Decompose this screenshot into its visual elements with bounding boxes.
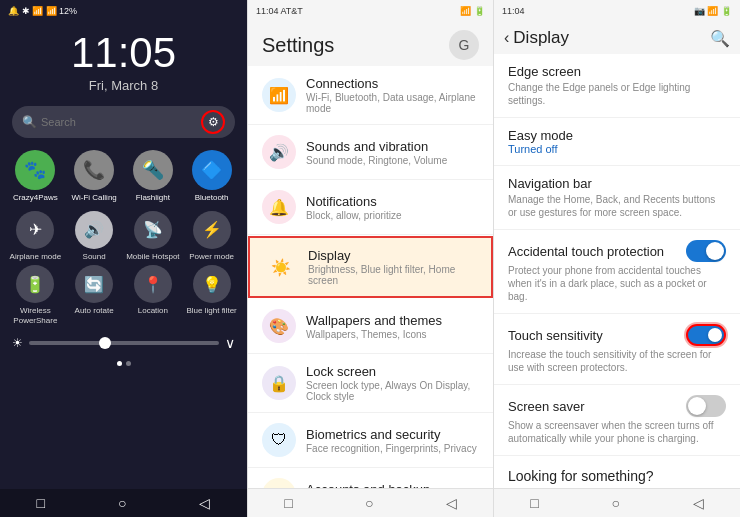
lockscreen-name: Lock screen [306, 364, 479, 379]
qs-airplane[interactable]: ✈ Airplane mode [8, 211, 63, 262]
display-header: ‹ Display 🔍 [494, 22, 740, 54]
qs-bluelight[interactable]: 💡 Blue light filter [184, 265, 239, 325]
search-bar[interactable]: 🔍 ⚙ [12, 106, 235, 138]
qs-power[interactable]: ⚡ Power mode [184, 211, 239, 262]
dot-1 [117, 361, 122, 366]
display-search-button[interactable]: 🔍 [710, 29, 730, 48]
lockscreen-icon: 🔒 [262, 366, 296, 400]
touch-sensitivity-toggle[interactable] [686, 324, 726, 346]
status-time: 11:04 AT&T [256, 6, 303, 16]
edge-screen-header: Edge screen [508, 64, 726, 79]
qs-autorotate[interactable]: 🔄 Auto rotate [67, 265, 122, 325]
qs-sound-label: Sound [83, 252, 106, 262]
app-bluetooth[interactable]: 🔷 Bluetooth [184, 150, 239, 203]
home-screen-panel: 🔔 ✱ 📶 📶 12% 11:05 Fri, March 8 🔍 ⚙ 🐾 Cra… [0, 0, 247, 517]
screen-saver-toggle[interactable] [686, 395, 726, 417]
nav-back-btn3[interactable]: ◁ [693, 495, 704, 511]
biometrics-desc: Face recognition, Fingerprints, Privacy [306, 443, 479, 454]
settings-item-display[interactable]: ☀️ Display Brightness, Blue light filter… [248, 236, 493, 298]
gear-button[interactable]: ⚙ [201, 110, 225, 134]
sounds-icon: 🔊 [262, 135, 296, 169]
display-status-time: 11:04 [502, 6, 525, 16]
nav-home-btn3[interactable]: ○ [612, 495, 620, 511]
biometrics-icon: 🛡 [262, 423, 296, 457]
touch-sensitivity-toggle-thumb [708, 328, 722, 342]
qs-bluelight-label: Blue light filter [187, 306, 237, 316]
settings-header: Settings G [248, 22, 493, 66]
app-bluetooth-label: Bluetooth [195, 193, 229, 203]
app-flashlight[interactable]: 🔦 Flashlight [126, 150, 181, 203]
nav-back-btn2[interactable]: ◁ [446, 495, 457, 511]
display-settings-panel: 11:04 📷 📶 🔋 ‹ Display 🔍 Edge screen Chan… [494, 0, 740, 517]
brightness-track[interactable] [29, 341, 219, 345]
qs-hotspot[interactable]: 📡 Mobile Hotspot [126, 211, 181, 262]
app-wifi-calling[interactable]: 📞 Wi-Fi Calling [67, 150, 122, 203]
settings-item-wallpapers[interactable]: 🎨 Wallpapers and themes Wallpapers, Them… [248, 299, 493, 354]
notifications-icon: 🔔 [262, 190, 296, 224]
display-page-title: Display [513, 28, 569, 48]
nav-home-btn2[interactable]: ○ [365, 495, 373, 511]
display-item-screen-saver[interactable]: Screen saver Show a screensaver when the… [494, 385, 740, 456]
display-desc: Brightness, Blue light filter, Home scre… [308, 264, 477, 286]
app-wifi-calling-label: Wi-Fi Calling [71, 193, 116, 203]
nav-back-button[interactable]: ◁ [199, 495, 210, 511]
looking-title: Looking for something? [508, 468, 726, 484]
display-item-nav-bar[interactable]: Navigation bar Manage the Home, Back, an… [494, 166, 740, 230]
notifications-text: Notifications Block, allow, prioritize [306, 194, 479, 221]
nav-recent-button[interactable]: □ [37, 495, 45, 511]
display-item-touch-sensitivity[interactable]: Touch sensitivity Increase the touch sen… [494, 314, 740, 385]
qs-autorotate-icon: 🔄 [75, 265, 113, 303]
sounds-name: Sounds and vibration [306, 139, 479, 154]
status-bar-settings: 11:04 AT&T 📶 🔋 [248, 0, 493, 22]
nav-home-button[interactable]: ○ [118, 495, 126, 511]
display-item-edge-screen[interactable]: Edge screen Change the Edge panels or Ed… [494, 54, 740, 118]
nav-recent-btn3[interactable]: □ [530, 495, 538, 511]
status-icons: 📶 🔋 [460, 6, 485, 16]
connections-desc: Wi-Fi, Bluetooth, Data usage, Airplane m… [306, 92, 479, 114]
wallpapers-name: Wallpapers and themes [306, 313, 479, 328]
settings-search-button[interactable]: G [449, 30, 479, 60]
brightness-thumb[interactable] [99, 337, 111, 349]
quick-settings-grid: ✈ Airplane mode 🔊 Sound 📡 Mobile Hotspot… [0, 207, 247, 330]
page-dots [0, 361, 247, 366]
connections-icon: 📶 [262, 78, 296, 112]
qs-location[interactable]: 📍 Location [126, 265, 181, 325]
settings-item-notifications[interactable]: 🔔 Notifications Block, allow, prioritize [248, 180, 493, 235]
biometrics-text: Biometrics and security Face recognition… [306, 427, 479, 454]
nav-recent-btn2[interactable]: □ [284, 495, 292, 511]
sounds-desc: Sound mode, Ringtone, Volume [306, 155, 479, 166]
settings-item-lockscreen[interactable]: 🔒 Lock screen Screen lock type, Always O… [248, 354, 493, 413]
touch-sensitivity-name: Touch sensitivity [508, 328, 603, 343]
looking-section: Looking for something? Video enhancer [494, 456, 740, 488]
status-bar-left: 🔔 ✱ 📶 📶 12% [8, 6, 77, 16]
display-settings-list: Edge screen Change the Edge panels or Ed… [494, 54, 740, 488]
easy-mode-name: Easy mode [508, 128, 573, 143]
brightness-bar[interactable]: ☀ ∨ [12, 335, 235, 351]
brightness-expand-icon[interactable]: ∨ [225, 335, 235, 351]
top-app-grid: 🐾 Crazy4Paws 📞 Wi-Fi Calling 🔦 Flashligh… [0, 146, 247, 207]
display-item-accidental-touch[interactable]: Accidental touch protection Protect your… [494, 230, 740, 314]
accounts-name: Accounts and backup [306, 482, 479, 489]
qs-wireless-share[interactable]: 🔋 Wireless PowerShare [8, 265, 63, 325]
search-input[interactable] [41, 116, 201, 128]
display-item-easy-mode[interactable]: Easy mode Turned off [494, 118, 740, 166]
qs-wireless-share-label: Wireless PowerShare [8, 306, 63, 325]
qs-airplane-icon: ✈ [16, 211, 54, 249]
app-crazypaws[interactable]: 🐾 Crazy4Paws [8, 150, 63, 203]
notifications-name: Notifications [306, 194, 479, 209]
brightness-low-icon: ☀ [12, 336, 23, 350]
search-icon: G [459, 37, 470, 53]
back-arrow-button[interactable]: ‹ [504, 29, 509, 47]
lockscreen-text: Lock screen Screen lock type, Always On … [306, 364, 479, 402]
display-status-icons: 📷 📶 🔋 [694, 6, 732, 16]
qs-sound[interactable]: 🔊 Sound [67, 211, 122, 262]
dot-2 [126, 361, 131, 366]
connections-text: Connections Wi-Fi, Bluetooth, Data usage… [306, 76, 479, 114]
settings-item-connections[interactable]: 📶 Connections Wi-Fi, Bluetooth, Data usa… [248, 66, 493, 125]
settings-item-sounds[interactable]: 🔊 Sounds and vibration Sound mode, Ringt… [248, 125, 493, 180]
accidental-touch-toggle[interactable] [686, 240, 726, 262]
display-text: Display Brightness, Blue light filter, H… [308, 248, 477, 286]
settings-item-accounts[interactable]: ☁️ Accounts and backup Samsung Cloud, Sm… [248, 468, 493, 488]
accidental-touch-header: Accidental touch protection [508, 240, 726, 262]
settings-item-biometrics[interactable]: 🛡 Biometrics and security Face recogniti… [248, 413, 493, 468]
